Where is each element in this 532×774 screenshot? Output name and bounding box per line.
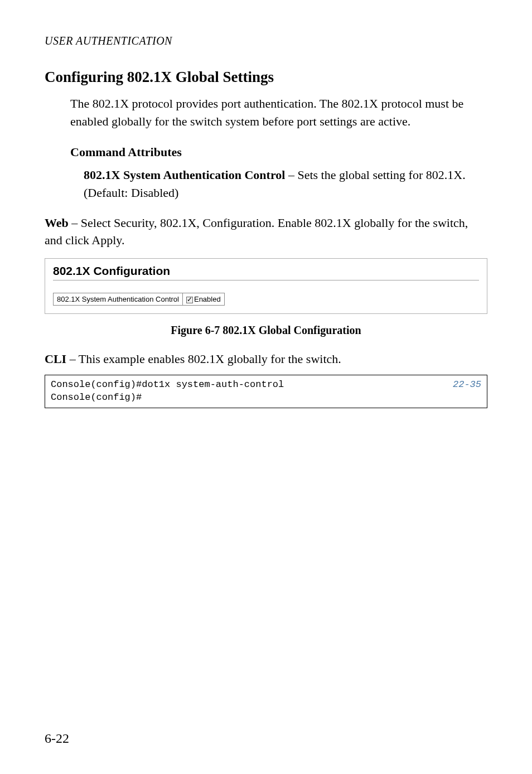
code-command-1: Console(config)#dot1x system-auth-contro… [51, 379, 284, 391]
attribute-item: 802.1X System Authentication Control – S… [84, 166, 487, 202]
config-checkbox-cell: Enabled [182, 293, 224, 306]
web-label: Web [45, 216, 69, 230]
checkbox-icon[interactable] [186, 297, 193, 303]
config-table: 802.1X System Authentication Control Ena… [53, 293, 225, 306]
code-block: Console(config)#dot1x system-auth-contro… [45, 375, 487, 408]
screenshot-title: 802.1X Configuration [53, 264, 479, 278]
code-line-1: Console(config)#dot1x system-auth-contro… [51, 379, 481, 391]
intro-paragraph: The 802.1X protocol provides port authen… [70, 95, 487, 130]
attribute-label: 802.1X System Authentication Control [84, 168, 285, 182]
running-header: USER AUTHENTICATION [45, 35, 487, 47]
section-heading: Configuring 802.1X Global Settings [45, 69, 487, 86]
web-instruction: Web – Select Security, 802.1X, Configura… [45, 214, 487, 250]
code-reference: 22-35 [453, 379, 481, 391]
checkbox-label: Enabled [194, 295, 221, 303]
config-row-label: 802.1X System Authentication Control [54, 293, 183, 306]
web-description: – Select Security, 802.1X, Configuration… [45, 216, 468, 248]
figure-caption: Figure 6-7 802.1X Global Configuration [45, 324, 487, 337]
cli-description: – This example enables 802.1X globally f… [66, 352, 341, 366]
table-row: 802.1X System Authentication Control Ena… [54, 293, 225, 306]
screenshot-panel: 802.1X Configuration 802.1X System Authe… [45, 258, 487, 314]
code-line-2: Console(config)# [51, 391, 481, 404]
command-attributes-heading: Command Attributes [70, 145, 487, 159]
cli-label: CLI [45, 352, 66, 366]
cli-instruction: CLI – This example enables 802.1X global… [45, 350, 487, 368]
page-number: 6-22 [45, 731, 69, 746]
divider [53, 280, 479, 280]
